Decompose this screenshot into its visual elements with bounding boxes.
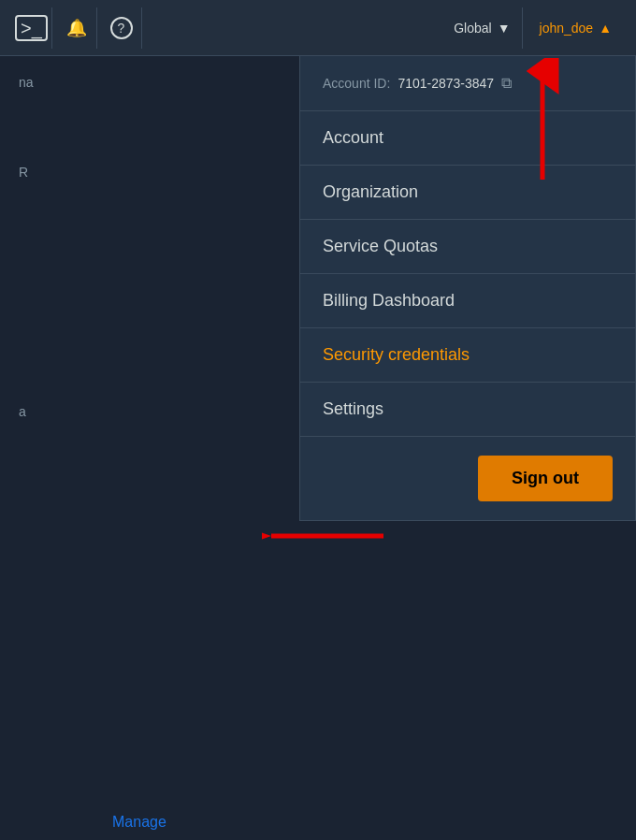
help-btn[interactable]: ? <box>101 7 142 49</box>
terminal-icon: >_ <box>15 15 48 41</box>
username-label: john_doe <box>540 21 594 36</box>
menu-item-billing-dashboard-label: Billing Dashboard <box>323 291 455 311</box>
region-selector[interactable]: Global ▼ <box>442 7 522 49</box>
menu-item-security-credentials-label: Security credentials <box>323 345 470 365</box>
user-menu-button[interactable]: john_doe ▲ <box>527 7 625 49</box>
help-icon: ? <box>110 17 133 39</box>
terminal-icon-btn[interactable]: >_ <box>11 7 52 49</box>
chevron-down-icon: ▼ <box>498 21 511 36</box>
signout-button[interactable]: Sign out <box>478 456 613 501</box>
top-navigation: >_ 🔔 ? Global ▼ john_doe ▲ <box>0 0 636 56</box>
signout-section: Sign out <box>300 437 635 520</box>
menu-item-billing-dashboard[interactable]: Billing Dashboard <box>300 274 635 328</box>
account-id-label: Account ID: <box>323 76 390 91</box>
account-id-value: 7101-2873-3847 <box>398 76 494 91</box>
menu-item-account-label: Account <box>323 128 383 148</box>
manage-link[interactable]: Manage <box>112 814 166 831</box>
user-dropdown-panel: Account ID: 7101-2873-3847 ⧉ Account Org… <box>299 56 636 521</box>
background-content: na R a <box>0 56 299 840</box>
manage-label: Manage <box>112 814 166 830</box>
menu-item-security-credentials[interactable]: Security credentials <box>300 328 635 383</box>
bg-text-na: na <box>19 75 281 90</box>
region-label: Global <box>454 21 491 36</box>
menu-item-settings-label: Settings <box>323 399 383 419</box>
menu-item-organization[interactable]: Organization <box>300 166 635 220</box>
menu-item-service-quotas-label: Service Quotas <box>323 237 438 256</box>
account-id-row: Account ID: 7101-2873-3847 ⧉ <box>300 56 635 111</box>
chevron-up-icon: ▲ <box>599 21 612 36</box>
menu-item-service-quotas[interactable]: Service Quotas <box>300 220 635 274</box>
menu-item-organization-label: Organization <box>323 182 418 202</box>
bell-icon: 🔔 <box>66 18 87 38</box>
copy-icon[interactable]: ⧉ <box>501 75 512 92</box>
bg-text-a: a <box>19 404 281 419</box>
menu-item-settings[interactable]: Settings <box>300 383 635 437</box>
notifications-btn[interactable]: 🔔 <box>56 7 97 49</box>
bg-text-r: R <box>19 165 281 180</box>
menu-item-account[interactable]: Account <box>300 111 635 166</box>
